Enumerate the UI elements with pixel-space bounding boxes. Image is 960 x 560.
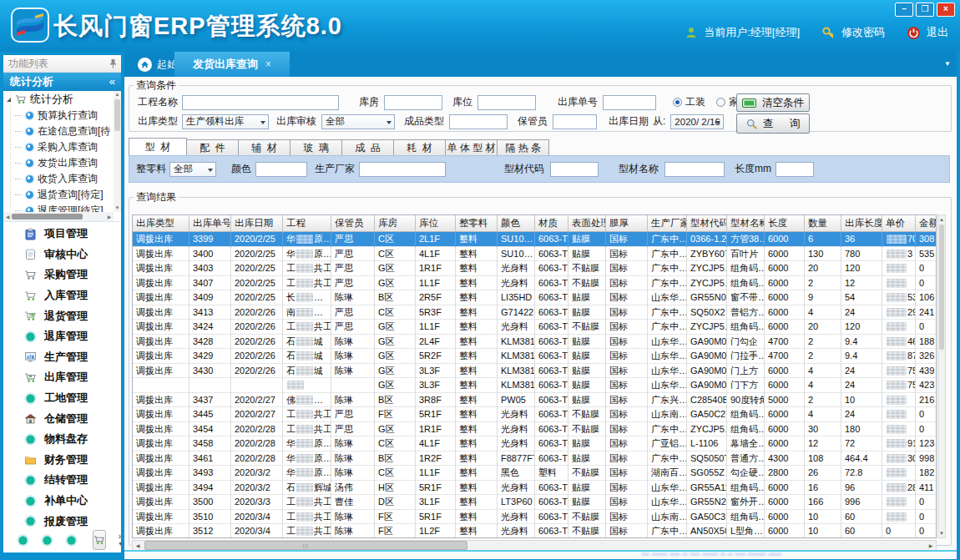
column-header[interactable]: 数量 bbox=[805, 215, 841, 232]
scroll-left-icon[interactable]: ◀ bbox=[133, 542, 143, 548]
whole-part-select[interactable]: 全部 bbox=[169, 162, 216, 177]
table-row[interactable]: 调拨出库34072020/2/25工共工程严思G区1L1F整料光身料6063-T… bbox=[133, 276, 936, 291]
sidebar-item-采购管理[interactable]: 采购管理 bbox=[3, 265, 121, 285]
sidebar-item-出库管理[interactable]: 出库管理 bbox=[3, 367, 121, 388]
scroll-up-icon[interactable]: ▲ bbox=[114, 91, 121, 98]
change-password-button[interactable]: 修改密码 bbox=[841, 25, 885, 40]
table-row[interactable]: 调拨出库34302020/2/26石城陈琳G区3L3F整料KLM38176063… bbox=[133, 364, 936, 379]
material-tab[interactable]: 辅 材 bbox=[239, 139, 291, 157]
column-header[interactable]: 型材名称 bbox=[727, 215, 765, 232]
table-row[interactable]: 调拨出库34132020/2/26南…严思C区5R3F整料G714226063-… bbox=[133, 305, 936, 320]
minimize-button[interactable]: – bbox=[895, 3, 913, 17]
radio-gongzhuang[interactable] bbox=[673, 98, 682, 107]
scrollbar-thumb[interactable] bbox=[114, 99, 120, 131]
tree-expander-icon[interactable] bbox=[7, 98, 11, 102]
tree-item[interactable]: 预算执行查询 bbox=[3, 108, 114, 124]
column-header[interactable]: 库位 bbox=[416, 215, 456, 232]
column-header[interactable]: 型材代码 bbox=[687, 215, 727, 232]
search-button[interactable]: 查 询 bbox=[736, 114, 810, 134]
table-row[interactable]: 调拨出库35002020/3/3工共工程曹佳D区3L1F整料LT3P606063… bbox=[133, 495, 936, 510]
footer-circle-icon[interactable] bbox=[65, 534, 78, 547]
tab-shipping-outbound-query[interactable]: 发货出库查询 × bbox=[174, 52, 290, 77]
tree-item[interactable]: 采购入库查询 bbox=[3, 139, 114, 155]
material-tab[interactable]: 型 材 bbox=[129, 138, 187, 157]
pin-icon[interactable] bbox=[109, 58, 117, 68]
scroll-right-icon[interactable]: ▶ bbox=[105, 214, 114, 219]
sidebar-item-物料盘存[interactable]: 物料盘存 bbox=[3, 429, 121, 450]
table-row[interactable]: 调拨出库34452020/2/27工共工程严思F区5R1F整料光身料6063-T… bbox=[133, 407, 936, 422]
sidebar-item-报废管理[interactable]: 报废管理 bbox=[3, 511, 121, 532]
column-header[interactable]: 出库类型 bbox=[133, 215, 189, 232]
tree-horizontal-scrollbar[interactable]: ◀ ▶ bbox=[3, 212, 114, 221]
collapse-icon[interactable]: « bbox=[109, 73, 115, 91]
material-tab[interactable]: 耗 材 bbox=[394, 139, 446, 157]
profile-name-input[interactable] bbox=[664, 162, 725, 177]
length-input[interactable] bbox=[776, 162, 814, 177]
material-tab[interactable]: 成 品 bbox=[342, 139, 394, 157]
column-header[interactable]: 长度 bbox=[765, 215, 805, 232]
radio-jiazhuang[interactable] bbox=[716, 98, 725, 107]
tab-close-icon[interactable]: × bbox=[265, 58, 271, 70]
material-tab[interactable]: 玻 璃 bbox=[291, 139, 342, 157]
table-row[interactable]: 调拨出库35122020/3/4工共工程陈琳F区1L2F整料光身料6063-T5… bbox=[133, 524, 936, 538]
sidebar-section-header[interactable]: 统计分析 « bbox=[3, 73, 121, 91]
table-row[interactable]: 调拨出库34582020/2/28华原…陈琳C区4L1F整料光身料6063-T5… bbox=[133, 436, 936, 452]
column-header[interactable]: 生产厂家 bbox=[648, 215, 687, 232]
scroll-down-icon[interactable]: ▼ bbox=[938, 529, 945, 537]
table-row[interactable]: 调拨出库33992020/2/25华原…严思C区2L1F整料SU10…6063-… bbox=[133, 232, 936, 247]
table-row[interactable]: 调拨出库34372020/2/27佛…陈琳B区3R8F整料PW056063-T5… bbox=[133, 393, 936, 408]
sidebar-item-结转管理[interactable]: 结转管理 bbox=[3, 470, 121, 491]
tab-overflow-icon[interactable]: ▼ bbox=[944, 60, 951, 68]
profile-code-input[interactable] bbox=[550, 162, 599, 177]
scroll-right-icon[interactable]: ▶ bbox=[926, 542, 936, 548]
table-row[interactable]: 调拨出库34282020/2/26石城陈琳G区2L4F整料KLM38176063… bbox=[133, 335, 936, 350]
logout-button[interactable]: 退出 bbox=[927, 25, 948, 40]
column-header[interactable]: 材质 bbox=[535, 215, 568, 232]
table-row[interactable]: 调拨出库35102020/3/4工共工程陈琳F区5R1F整料光身料6063-T5… bbox=[133, 510, 936, 525]
tree-item[interactable]: 退货查询[待定] bbox=[3, 187, 114, 203]
tree-item[interactable]: 退库管理[待定] bbox=[3, 203, 114, 212]
sidebar-item-项目管理[interactable]: 项目管理 bbox=[3, 224, 121, 245]
table-row[interactable]: 调拨出库34032020/2/25工共工程严思G区1R1F整料光身料6063-T… bbox=[133, 261, 936, 276]
column-header[interactable]: 保管员 bbox=[331, 215, 375, 232]
table-row[interactable]: 调拨出库34002020/2/25华原…严思C区4L1F整料SU10…6063-… bbox=[133, 247, 936, 262]
sidebar-item-工地管理[interactable]: 工地管理 bbox=[3, 388, 121, 409]
footer-circle-icon[interactable] bbox=[41, 534, 53, 547]
tree-vertical-scrollbar[interactable]: ▲ ▼ bbox=[114, 91, 121, 212]
column-header[interactable]: 颜色 bbox=[498, 215, 535, 232]
table-row[interactable]: G区3L3F整料KLM38176063-T5贴膜国标山东华…GA90M09…门下… bbox=[133, 378, 936, 393]
column-header[interactable]: 出库日期 bbox=[231, 215, 283, 232]
column-header[interactable]: 库房 bbox=[375, 215, 416, 232]
table-row[interactable]: 调拨出库34932020/3/2华原…陈琳C区1L1F整料黑色塑料不贴膜国标湖南… bbox=[133, 466, 936, 481]
project-name-input[interactable] bbox=[182, 95, 339, 110]
scroll-left-icon[interactable]: ◀ bbox=[3, 214, 12, 219]
sidebar-item-审核中心[interactable]: 审核中心 bbox=[3, 245, 121, 265]
column-header[interactable]: 整零料 bbox=[456, 215, 498, 232]
table-row[interactable]: 调拨出库34612020/2/28华原…陈琳B区1R2F整料F8877FT606… bbox=[133, 452, 936, 467]
column-header[interactable]: 膜厚 bbox=[606, 215, 648, 232]
column-header[interactable]: 金额 bbox=[916, 215, 937, 232]
scrollbar-thumb[interactable] bbox=[12, 214, 83, 219]
outbound-no-input[interactable] bbox=[603, 95, 656, 110]
column-header[interactable]: 单价 bbox=[882, 215, 916, 232]
column-header[interactable]: 出库长度 bbox=[841, 215, 882, 232]
sidebar-item-退库管理[interactable]: 退库管理 bbox=[3, 326, 121, 347]
table-row[interactable]: 调拨出库34092020/2/25长…陈琳B区2R5F整料LI35HD6063-… bbox=[133, 290, 936, 305]
sidebar-item-仓储管理[interactable]: 仓储管理 bbox=[3, 408, 121, 429]
tree-item[interactable]: 发货出库查询 bbox=[3, 155, 114, 171]
material-tab[interactable]: 隔 热 条 bbox=[498, 139, 549, 157]
maximize-button[interactable]: ❐ bbox=[916, 3, 934, 17]
table-row[interactable]: 调拨出库34942020/3/2石辉城汤伟H区5R1F整料光身料6063-T5贴… bbox=[133, 481, 936, 496]
scrollbar-thumb[interactable] bbox=[939, 225, 944, 350]
tree-item[interactable]: 收货入库查询 bbox=[3, 171, 114, 187]
table-row[interactable]: 调拨出库34242020/2/26工共工程严思G区1L1F整料光身料6063-T… bbox=[133, 320, 936, 335]
tree-root-statistics[interactable]: 统计分析 bbox=[3, 91, 114, 108]
sidebar-item-入库管理[interactable]: 入库管理 bbox=[3, 285, 121, 306]
scrollbar-thumb[interactable]: ||| bbox=[144, 541, 467, 550]
sidebar-item-生产管理[interactable]: 生产管理 bbox=[3, 347, 121, 368]
date-from-select[interactable]: 2020/ 2/16 bbox=[670, 114, 724, 129]
clear-conditions-button[interactable]: 清空条件 bbox=[736, 93, 810, 112]
close-button[interactable]: × bbox=[937, 3, 955, 17]
color-input[interactable] bbox=[255, 162, 307, 177]
sidebar-item-补单中心[interactable]: 补单中心 bbox=[3, 491, 121, 512]
